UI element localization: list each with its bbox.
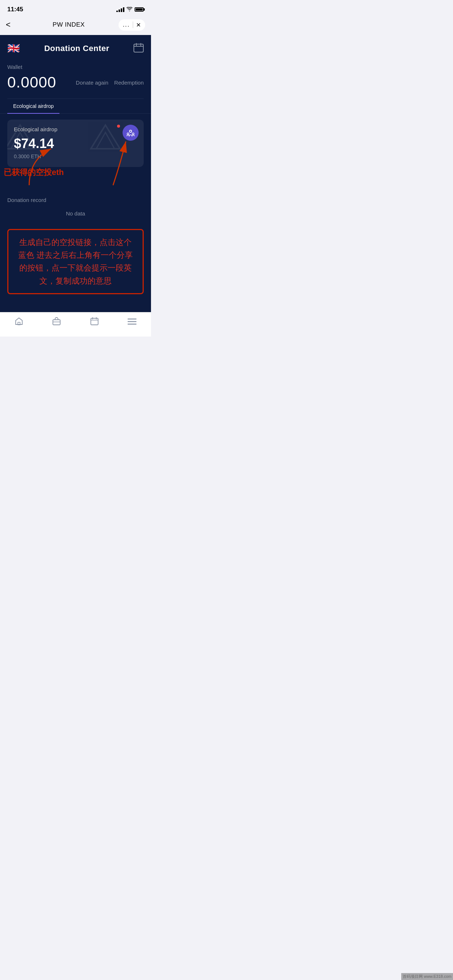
wallet-actions: Donate again Redemption (76, 80, 144, 86)
donation-record-section: Donation record No data (0, 191, 151, 225)
page-title: Donation Center (44, 44, 109, 53)
close-button[interactable]: ✕ (136, 22, 141, 29)
redemption-button[interactable]: Redemption (114, 80, 144, 86)
nav-right-controls: ... ✕ (118, 19, 145, 30)
wallet-amount: 0.0000 (7, 74, 56, 91)
svg-point-8 (129, 130, 132, 132)
annotation-text: 生成自己的空投链接，点击这个蓝色 进去之后右上角有一个分享的按钮，点一下就会提示… (16, 236, 135, 287)
page-header: 🇬🇧 Donation Center (0, 35, 151, 60)
annotation-box: 生成自己的空投链接，点击这个蓝色 进去之后右上角有一个分享的按钮，点一下就会提示… (7, 229, 144, 294)
battery-icon (135, 7, 144, 12)
svg-rect-14 (53, 320, 60, 325)
menu-icon (128, 318, 136, 327)
nav-divider (133, 22, 133, 28)
more-options-button[interactable]: ... (123, 22, 130, 28)
svg-point-9 (127, 133, 129, 135)
donate-again-button[interactable]: Donate again (76, 80, 108, 86)
tab-calendar[interactable] (83, 317, 105, 328)
calendar-tab-icon (90, 317, 99, 328)
status-bar: 11:45 (0, 0, 151, 16)
main-content: 🇬🇧 Donation Center Wallet 0.0000 Donate … (0, 35, 151, 312)
svg-point-10 (132, 133, 134, 135)
tab-briefcase[interactable] (46, 317, 67, 328)
people-icon (126, 129, 135, 137)
airdrop-eth: 0.3000 ETH (14, 153, 137, 159)
home-icon (14, 317, 23, 328)
status-time: 11:45 (7, 6, 23, 13)
tab-menu[interactable] (121, 318, 143, 327)
wifi-icon (126, 7, 132, 13)
airdrop-amount: $74.14 (14, 136, 137, 151)
bottom-tab-bar (0, 312, 151, 337)
no-data-label: No data (7, 207, 144, 223)
tab-home[interactable] (8, 317, 30, 328)
wallet-section: Wallet 0.0000 Donate again Redemption (0, 60, 151, 99)
airdrop-card-wrapper: Ecological airdrop $74.14 0.3000 ETH (0, 119, 151, 167)
nav-title: PW INDEX (53, 21, 85, 29)
chinese-annotation-label: 已获得的空投eth (4, 167, 64, 178)
tab-ecological-airdrop[interactable]: Ecological airdrop (7, 99, 59, 113)
tabs-row: Ecological airdrop (0, 99, 151, 114)
airdrop-card: Ecological airdrop $74.14 0.3000 ETH (7, 119, 144, 167)
language-flag-icon[interactable]: 🇬🇧 (7, 42, 20, 54)
nav-bar: < PW INDEX ... ✕ (0, 16, 151, 35)
notification-dot (117, 125, 120, 127)
wallet-label: Wallet (7, 64, 144, 70)
status-icons (116, 7, 144, 13)
wallet-row: 0.0000 Donate again Redemption (7, 74, 144, 91)
signal-icon (116, 7, 124, 12)
svg-rect-16 (91, 318, 98, 325)
svg-rect-0 (134, 44, 144, 52)
back-button[interactable]: < (6, 20, 19, 30)
briefcase-icon (52, 317, 61, 328)
calendar-button[interactable] (134, 43, 144, 54)
airdrop-share-button[interactable] (123, 125, 139, 141)
donation-record-label: Donation record (7, 197, 144, 203)
